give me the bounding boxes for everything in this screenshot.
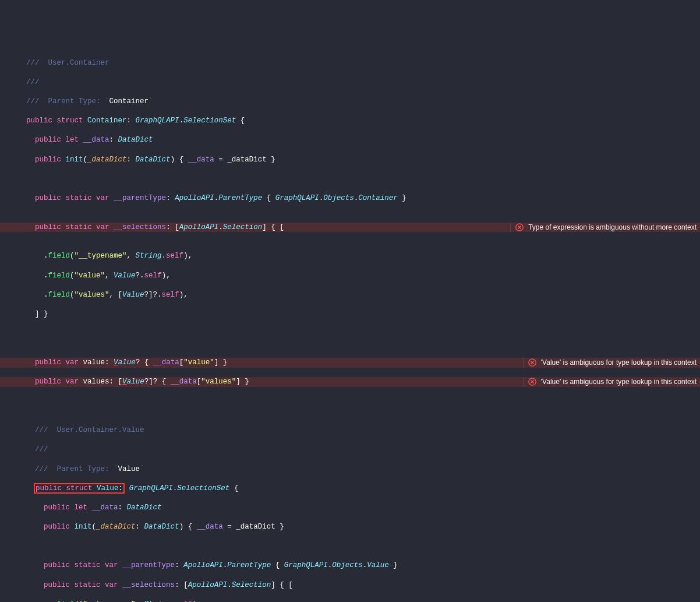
code-line: public static var __selections: [ApolloA… (0, 580, 700, 590)
code-line: /// User.Container (0, 58, 700, 68)
code-line: public let __data: DataDict (0, 503, 700, 513)
error-icon (514, 222, 525, 233)
error-text: 'Value' is ambiguous for type lookup in … (541, 358, 697, 368)
code-line: .field("__typename", String.self), (0, 251, 700, 261)
code-error-line: public static var __selections: [ApolloA… (0, 223, 700, 233)
error-icon (527, 357, 538, 368)
code-line (0, 406, 700, 416)
code-line: public init(_dataDict: DataDict) { __dat… (0, 155, 700, 165)
error-text: 'Value' is ambiguous for type lookup in … (541, 377, 697, 387)
code-line (0, 329, 700, 339)
code-line: public struct Container: GraphQLAPI.Sele… (0, 116, 700, 126)
code-line: .field("value", Value?.self), (0, 271, 700, 281)
code-line: /// Parent Type: `Value` (0, 464, 700, 474)
code-line: .field("values", [Value?]?.self), (0, 290, 700, 300)
code-line: /// User.Container.Value (0, 425, 700, 435)
code-error-line: public var values: [Value?]? { __data["v… (0, 377, 700, 387)
code-line: public init(_dataDict: DataDict) { __dat… (0, 522, 700, 532)
code-line (0, 541, 700, 551)
code-line: /// (0, 445, 700, 455)
code-line: /// (0, 78, 700, 87)
code-line: ] } (0, 309, 700, 319)
code-line: public static var __parentType: ApolloAP… (0, 561, 700, 571)
code-line: public static var __parentType: ApolloAP… (0, 193, 700, 203)
code-line: public let __data: DataDict (0, 135, 700, 145)
highlight-box-1: public struct Value: (34, 483, 125, 494)
code-line (0, 174, 700, 184)
error-banner[interactable]: Type of expression is ambiguous without … (510, 223, 700, 233)
error-icon (527, 376, 538, 387)
error-banner[interactable]: 'Value' is ambiguous for type lookup in … (523, 358, 700, 368)
code-error-line: public var value: Value? { __data["value… (0, 358, 700, 368)
code-line: public struct Value: GraphQLAPI.Selectio… (0, 484, 700, 494)
error-banner[interactable]: 'Value' is ambiguous for type lookup in … (523, 377, 700, 387)
code-line: /// Parent Type: `Container` (0, 97, 700, 107)
code-line: .field("__typename", String.self), (0, 600, 700, 602)
error-text: Type of expression is ambiguous without … (528, 223, 697, 233)
